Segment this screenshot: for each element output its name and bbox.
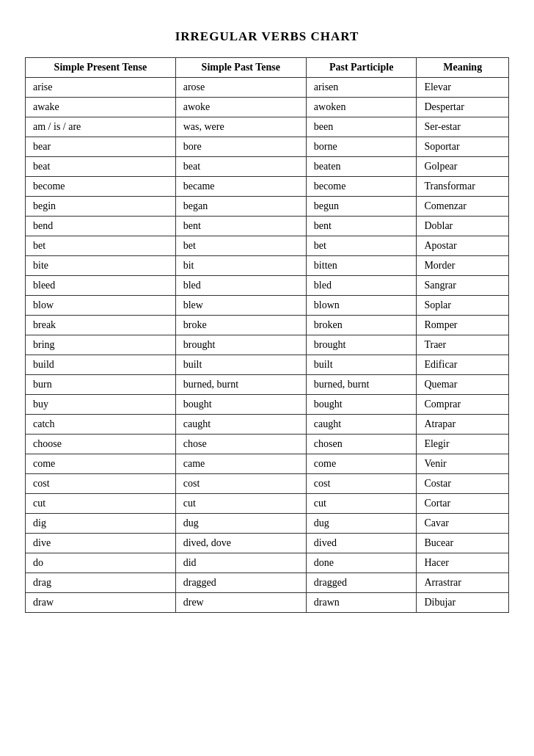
table-cell-14-1: built (175, 355, 306, 375)
table-cell-24-1: did (175, 553, 306, 573)
table-cell-15-0: burn (26, 375, 176, 395)
table-cell-17-1: caught (175, 415, 306, 435)
table-cell-8-2: bet (306, 236, 417, 256)
table-row: drawdrewdrawnDibujar (26, 593, 509, 613)
table-cell-26-3: Dibujar (417, 593, 509, 613)
table-cell-14-0: build (26, 355, 176, 375)
table-row: buyboughtboughtComprar (26, 395, 509, 415)
table-cell-13-0: bring (26, 335, 176, 355)
table-cell-14-2: built (306, 355, 417, 375)
table-cell-22-0: dig (26, 514, 176, 534)
table-cell-6-1: began (175, 197, 306, 217)
table-cell-24-0: do (26, 553, 176, 573)
table-row: bringbroughtbroughtTraer (26, 335, 509, 355)
table-cell-22-2: dug (306, 514, 417, 534)
table-cell-7-3: Doblar (417, 217, 509, 236)
verbs-table: Simple Present TenseSimple Past TensePas… (25, 57, 509, 613)
table-cell-17-2: caught (306, 415, 417, 435)
table-cell-20-0: cost (26, 474, 176, 494)
table-row: costcostcostCostar (26, 474, 509, 494)
table-cell-2-2: been (306, 117, 417, 137)
table-row: arisearosearisenElevar (26, 78, 509, 98)
table-cell-2-0: am / is / are (26, 117, 176, 137)
table-row: beatbeatbeatenGolpear (26, 157, 509, 177)
table-cell-12-3: Romper (417, 316, 509, 335)
table-cell-0-3: Elevar (417, 78, 509, 98)
table-row: dodiddoneHacer (26, 553, 509, 573)
table-cell-21-0: cut (26, 494, 176, 514)
table-row: bendbentbentDoblar (26, 217, 509, 236)
table-cell-16-2: bought (306, 395, 417, 415)
table-cell-18-3: Elegir (417, 435, 509, 454)
table-row: buildbuiltbuiltEdificar (26, 355, 509, 375)
table-cell-18-2: chosen (306, 435, 417, 454)
table-row: digdugdugCavar (26, 514, 509, 534)
table-cell-16-0: buy (26, 395, 176, 415)
table-row: dragdraggeddraggedArrastrar (26, 573, 509, 593)
table-cell-9-3: Morder (417, 256, 509, 276)
table-row: comecamecomeVenir (26, 454, 509, 474)
table-cell-10-1: bled (175, 276, 306, 296)
column-header-3: Meaning (417, 58, 509, 78)
table-cell-13-2: brought (306, 335, 417, 355)
table-cell-3-1: bore (175, 137, 306, 157)
table-cell-8-1: bet (175, 236, 306, 256)
page-title: IRREGULAR VERBS CHART (175, 29, 359, 44)
table-cell-10-3: Sangrar (417, 276, 509, 296)
table-cell-22-3: Cavar (417, 514, 509, 534)
table-cell-0-2: arisen (306, 78, 417, 98)
table-row: bearboreborneSoportar (26, 137, 509, 157)
table-row: burnburned, burntburned, burntQuemar (26, 375, 509, 395)
table-cell-2-1: was, were (175, 117, 306, 137)
table-cell-7-1: bent (175, 217, 306, 236)
table-row: breakbrokebrokenRomper (26, 316, 509, 335)
table-cell-19-1: came (175, 454, 306, 474)
table-cell-15-3: Quemar (417, 375, 509, 395)
table-cell-20-2: cost (306, 474, 417, 494)
table-cell-4-3: Golpear (417, 157, 509, 177)
table-cell-3-3: Soportar (417, 137, 509, 157)
column-header-0: Simple Present Tense (26, 58, 176, 78)
table-cell-25-2: dragged (306, 573, 417, 593)
table-cell-17-0: catch (26, 415, 176, 435)
table-cell-14-3: Edificar (417, 355, 509, 375)
table-cell-1-0: awake (26, 98, 176, 117)
table-cell-6-3: Comenzar (417, 197, 509, 217)
table-cell-24-2: done (306, 553, 417, 573)
table-cell-7-0: bend (26, 217, 176, 236)
table-cell-5-3: Transformar (417, 177, 509, 197)
table-cell-5-2: become (306, 177, 417, 197)
table-cell-21-3: Cortar (417, 494, 509, 514)
table-cell-18-0: choose (26, 435, 176, 454)
table-cell-10-0: bleed (26, 276, 176, 296)
table-cell-15-2: burned, burnt (306, 375, 417, 395)
table-cell-18-1: chose (175, 435, 306, 454)
table-row: choosechosechosenElegir (26, 435, 509, 454)
table-cell-16-3: Comprar (417, 395, 509, 415)
table-cell-5-1: became (175, 177, 306, 197)
table-cell-1-3: Despertar (417, 98, 509, 117)
table-cell-23-3: Bucear (417, 534, 509, 553)
table-cell-15-1: burned, burnt (175, 375, 306, 395)
table-cell-4-1: beat (175, 157, 306, 177)
table-cell-13-1: brought (175, 335, 306, 355)
table-cell-5-0: become (26, 177, 176, 197)
table-cell-6-2: begun (306, 197, 417, 217)
table-cell-12-0: break (26, 316, 176, 335)
column-header-2: Past Participle (306, 58, 417, 78)
table-cell-9-1: bit (175, 256, 306, 276)
table-cell-11-1: blew (175, 296, 306, 316)
table-cell-21-2: cut (306, 494, 417, 514)
table-cell-1-2: awoken (306, 98, 417, 117)
table-cell-26-2: drawn (306, 593, 417, 613)
table-cell-12-2: broken (306, 316, 417, 335)
table-cell-25-0: drag (26, 573, 176, 593)
table-cell-23-0: dive (26, 534, 176, 553)
table-cell-3-2: borne (306, 137, 417, 157)
table-cell-8-3: Apostar (417, 236, 509, 256)
table-cell-6-0: begin (26, 197, 176, 217)
table-row: bleedbledbledSangrar (26, 276, 509, 296)
table-row: beginbeganbegunComenzar (26, 197, 509, 217)
table-cell-26-1: drew (175, 593, 306, 613)
table-cell-25-3: Arrastrar (417, 573, 509, 593)
